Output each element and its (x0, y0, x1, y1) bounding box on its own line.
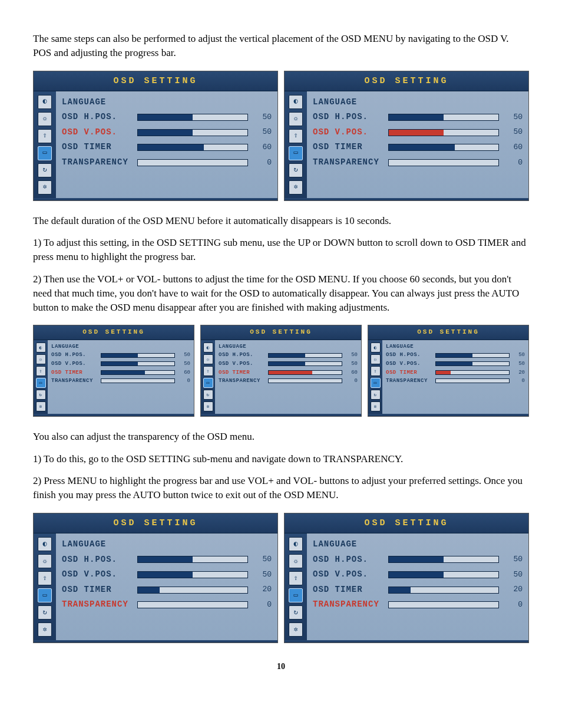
contrast-icon[interactable]: ◐ (371, 342, 381, 353)
reset-icon[interactable]: ↻ (38, 163, 52, 177)
contrast-icon[interactable]: ◐ (289, 95, 303, 109)
osd-progress-bar[interactable] (435, 361, 510, 366)
osd-icon[interactable]: ▭ (38, 146, 52, 160)
osd-row[interactable]: OSD TIMER60 (51, 368, 190, 377)
osd-row[interactable]: TRANSPARENCY0 (313, 155, 523, 170)
brightness-icon[interactable]: ☼ (38, 554, 52, 568)
osd-row[interactable]: OSD TIMER60 (219, 368, 358, 377)
osd-row[interactable]: OSD H.POS.50 (62, 110, 272, 125)
osd-row[interactable]: OSD V.POS.50 (386, 360, 525, 368)
osd-icon[interactable]: ▭ (203, 378, 213, 388)
misc-icon[interactable]: ✲ (203, 401, 213, 411)
brightness-icon[interactable]: ☼ (203, 354, 213, 364)
osd-progress-bar[interactable] (101, 361, 175, 366)
position-icon[interactable]: ⇧ (38, 571, 52, 585)
contrast-icon[interactable]: ◐ (203, 342, 213, 353)
position-icon[interactable]: ⇧ (203, 366, 213, 376)
osd-progress-bar[interactable] (435, 353, 510, 358)
osd-row[interactable]: LANGUAGE (219, 342, 358, 351)
brightness-icon[interactable]: ☼ (289, 112, 303, 126)
osd-row[interactable]: OSD H.POS.50 (313, 110, 523, 125)
position-icon[interactable]: ⇧ (36, 366, 46, 376)
osd-progress-bar[interactable] (435, 378, 510, 383)
misc-icon[interactable]: ✲ (289, 180, 303, 195)
osd-row[interactable]: TRANSPARENCY0 (219, 377, 358, 386)
osd-progress-bar[interactable] (137, 601, 248, 608)
osd-progress-bar[interactable] (137, 114, 248, 121)
osd-row[interactable]: TRANSPARENCY0 (51, 377, 190, 386)
osd-row[interactable]: OSD TIMER20 (386, 368, 525, 377)
osd-progress-bar[interactable] (268, 378, 342, 383)
osd-row[interactable]: LANGUAGE (386, 342, 525, 351)
osd-progress-bar[interactable] (388, 601, 499, 608)
position-icon[interactable]: ⇧ (38, 129, 52, 143)
misc-icon[interactable]: ✲ (38, 180, 52, 195)
osd-row[interactable]: OSD V.POS.50 (51, 360, 190, 368)
osd-progress-bar[interactable] (137, 144, 248, 151)
misc-icon[interactable]: ✲ (371, 401, 381, 411)
osd-row[interactable]: LANGUAGE (313, 95, 523, 110)
osd-progress-bar[interactable] (268, 353, 342, 358)
osd-icon[interactable]: ▭ (36, 378, 46, 388)
osd-row[interactable]: OSD H.POS.50 (62, 552, 272, 568)
osd-icon[interactable]: ▭ (371, 378, 381, 388)
osd-progress-bar[interactable] (101, 378, 175, 383)
osd-row[interactable]: OSD TIMER20 (62, 582, 272, 598)
osd-progress-bar[interactable] (137, 159, 248, 166)
osd-row[interactable]: OSD TIMER60 (313, 140, 523, 155)
brightness-icon[interactable]: ☼ (38, 112, 52, 126)
osd-row[interactable]: TRANSPARENCY0 (313, 597, 523, 612)
brightness-icon[interactable]: ☼ (289, 554, 303, 568)
osd-icon[interactable]: ▭ (289, 588, 303, 602)
osd-row[interactable]: OSD V.POS.50 (62, 567, 272, 582)
misc-icon[interactable]: ✲ (36, 401, 46, 411)
reset-icon[interactable]: ↻ (203, 390, 213, 400)
osd-row[interactable]: OSD V.POS.50 (219, 360, 358, 368)
osd-progress-bar[interactable] (137, 571, 248, 578)
contrast-icon[interactable]: ◐ (36, 342, 46, 353)
osd-progress-bar[interactable] (435, 370, 510, 375)
osd-row[interactable]: OSD H.POS.50 (219, 351, 358, 360)
contrast-icon[interactable]: ◐ (289, 537, 303, 551)
osd-progress-bar[interactable] (388, 556, 499, 563)
osd-progress-bar[interactable] (137, 556, 248, 563)
osd-row[interactable]: OSD TIMER20 (313, 582, 523, 598)
osd-row[interactable]: LANGUAGE (62, 95, 272, 110)
osd-progress-bar[interactable] (268, 361, 342, 366)
reset-icon[interactable]: ↻ (371, 390, 381, 400)
osd-row[interactable]: LANGUAGE (62, 537, 272, 552)
osd-row[interactable]: LANGUAGE (51, 342, 190, 351)
osd-progress-bar[interactable] (137, 129, 248, 136)
osd-progress-bar[interactable] (388, 144, 499, 151)
position-icon[interactable]: ⇧ (289, 129, 303, 143)
brightness-icon[interactable]: ☼ (371, 354, 381, 364)
reset-icon[interactable]: ↻ (289, 163, 303, 177)
contrast-icon[interactable]: ◐ (38, 95, 52, 109)
osd-progress-bar[interactable] (137, 587, 248, 594)
osd-progress-bar[interactable] (388, 114, 499, 121)
osd-progress-bar[interactable] (388, 571, 499, 578)
reset-icon[interactable]: ↻ (36, 390, 46, 400)
osd-row[interactable]: OSD V.POS.50 (62, 125, 272, 140)
osd-row[interactable]: TRANSPARENCY0 (386, 377, 525, 386)
osd-icon[interactable]: ▭ (38, 588, 52, 602)
osd-progress-bar[interactable] (388, 587, 499, 594)
osd-row[interactable]: OSD H.POS.50 (386, 351, 525, 360)
osd-row[interactable]: OSD TIMER60 (62, 140, 272, 155)
osd-row[interactable]: OSD V.POS.50 (313, 125, 523, 140)
osd-row[interactable]: OSD H.POS.50 (313, 552, 523, 568)
osd-icon[interactable]: ▭ (289, 146, 303, 160)
osd-progress-bar[interactable] (388, 159, 499, 166)
misc-icon[interactable]: ✲ (289, 622, 303, 637)
brightness-icon[interactable]: ☼ (36, 354, 46, 364)
reset-icon[interactable]: ↻ (289, 605, 303, 620)
osd-row[interactable]: TRANSPARENCY0 (62, 597, 272, 612)
misc-icon[interactable]: ✲ (38, 622, 52, 637)
position-icon[interactable]: ⇧ (289, 571, 303, 585)
osd-row[interactable]: OSD V.POS.50 (313, 567, 523, 582)
osd-row[interactable]: TRANSPARENCY0 (62, 155, 272, 170)
osd-progress-bar[interactable] (268, 370, 342, 375)
osd-progress-bar[interactable] (101, 353, 175, 358)
contrast-icon[interactable]: ◐ (38, 537, 52, 551)
osd-progress-bar[interactable] (388, 129, 499, 136)
